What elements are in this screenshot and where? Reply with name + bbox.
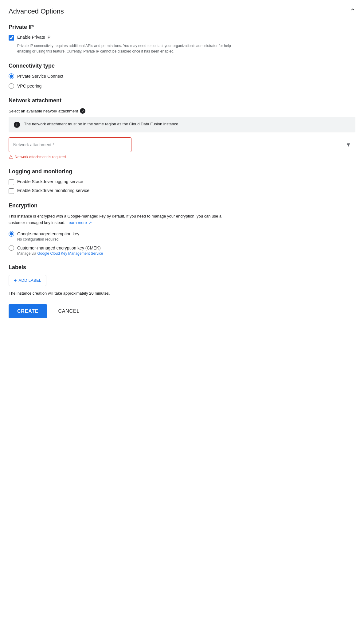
encryption-description: This instance is encrypted with a Google… [9,213,224,226]
network-attachment-error-text: Network attachment is required. [15,155,67,159]
create-button[interactable]: CREATE [9,304,47,318]
stackdriver-monitoring-checkbox[interactable] [9,188,14,194]
info-circle-icon: i [14,121,20,128]
cmek-label[interactable]: Customer-managed encryption key (CMEK) [17,245,101,250]
svg-text:i: i [16,123,18,127]
cmek-option: Customer-managed encryption key (CMEK) M… [9,245,355,256]
network-attachment-section: Network attachment Select an available n… [9,97,355,160]
network-attachment-info-box: i The network attachment must be in the … [9,117,355,132]
network-attachment-error-row: ⚠ Network attachment is required. [9,154,355,160]
plus-icon: + [14,278,17,283]
enable-private-ip-row: Enable Private IP [9,35,355,41]
network-attachment-select-label: Select an available network attachment ? [9,108,355,114]
cancel-button[interactable]: CANCEL [52,304,86,318]
psc-label[interactable]: Private Service Connect [17,74,63,79]
help-icon[interactable]: ? [80,108,85,114]
private-ip-title: Private IP [9,24,355,30]
action-buttons: CREATE CANCEL [9,304,355,318]
advanced-options-title: Advanced Options [9,7,64,15]
stackdriver-logging-label[interactable]: Enable Stackdriver logging service [17,179,83,184]
learn-more-link[interactable]: Learn more ↗ [67,220,92,225]
encryption-section: Encryption This instance is encrypted wi… [9,202,355,256]
stackdriver-monitoring-row: Enable Stackdriver monitoring service [9,188,355,194]
labels-title: Labels [9,264,355,271]
google-managed-key-radio[interactable] [9,231,14,237]
private-ip-section: Private IP Enable Private IP Private IP … [9,24,355,54]
vpc-peering-option-row: VPC peering [9,83,355,89]
cmek-radio[interactable] [9,245,14,251]
cmek-subtext: Manage via Google Cloud Key Management S… [17,251,355,256]
vpc-peering-label[interactable]: VPC peering [17,84,41,88]
error-icon: ⚠ [9,154,13,160]
private-ip-helper: Private IP connectivity requires additio… [17,43,232,54]
network-attachment-dropdown-container: Network attachment * ▼ [9,137,355,152]
add-label-text: ADD LABEL [19,278,41,283]
google-managed-key-option: Google-managed encryption key No configu… [9,231,355,241]
google-managed-key-label[interactable]: Google-managed encryption key [17,231,79,236]
connectivity-type-section: Connectivity type Private Service Connec… [9,63,355,89]
google-managed-key-subtext: No configuration required [17,237,355,241]
dropdown-arrow-icon: ▼ [346,142,351,148]
labels-section: Labels + ADD LABEL [9,264,355,286]
stackdriver-logging-checkbox[interactable] [9,179,14,185]
enable-private-ip-label[interactable]: Enable Private IP [17,35,50,40]
stackdriver-monitoring-label[interactable]: Enable Stackdriver monitoring service [17,188,89,193]
vpc-peering-radio[interactable] [9,83,14,89]
cmek-kms-link[interactable]: Google Cloud Key Management Service [37,251,103,256]
encryption-title: Encryption [9,202,355,209]
connectivity-type-title: Connectivity type [9,63,355,69]
connectivity-type-radio-group: Private Service Connect VPC peering [9,73,355,89]
instance-creation-note: The instance creation will take approxim… [9,291,355,296]
network-attachment-info-text: The network attachment must be in the sa… [24,121,179,127]
psc-radio[interactable] [9,73,14,79]
stackdriver-logging-row: Enable Stackdriver logging service [9,179,355,185]
footer-section: The instance creation will take approxim… [9,291,355,318]
advanced-options-header: Advanced Options ⌃ [9,7,355,15]
enable-private-ip-checkbox[interactable] [9,35,14,41]
add-label-button[interactable]: + ADD LABEL [9,275,46,286]
collapse-icon[interactable]: ⌃ [350,7,355,15]
network-attachment-select[interactable]: Network attachment * [9,137,131,152]
logging-monitoring-section: Logging and monitoring Enable Stackdrive… [9,168,355,194]
psc-option-row: Private Service Connect [9,73,355,79]
logging-monitoring-title: Logging and monitoring [9,168,355,175]
external-link-icon: ↗ [89,220,92,226]
network-attachment-title: Network attachment [9,97,355,104]
